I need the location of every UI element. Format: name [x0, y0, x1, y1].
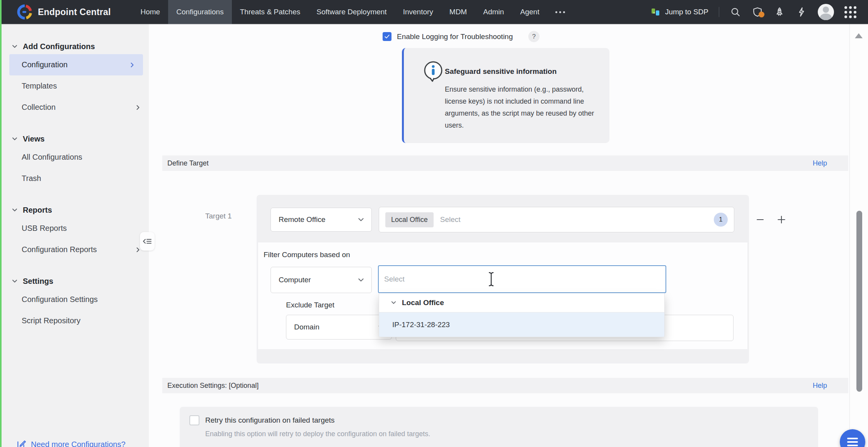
execution-settings-help-link[interactable]: Help [813, 382, 827, 390]
apps-grid-icon[interactable] [844, 6, 856, 18]
app-title: Endpoint Central [38, 7, 111, 17]
logging-label: Enable Logging for Troubleshooting [397, 32, 513, 41]
exclude-target-label: Exclude Target [286, 301, 334, 309]
computer-select-input[interactable] [384, 275, 660, 283]
retry-description: Enabling this option will retry to deplo… [205, 430, 430, 438]
main-nav: Home Configurations Threats & Patches So… [132, 0, 572, 24]
dropdown-group-local-office[interactable]: Local Office [379, 293, 664, 312]
exclude-type-dropdown[interactable]: Domain [286, 315, 392, 340]
chevron-down-icon [12, 278, 18, 284]
nav-item-threats-patches[interactable]: Threats & Patches [232, 0, 308, 24]
info-card-title: Safeguard sensitive information [445, 67, 557, 76]
info-bubble-icon [422, 60, 444, 83]
jump-to-sdp-label: Jump to SDP [665, 8, 708, 16]
target1-label: Target 1 [205, 212, 232, 220]
sidebar-section-views: Views All Configurations Trash [2, 131, 149, 189]
sidebar-item-usb-reports[interactable]: USB Reports [2, 218, 149, 239]
main-content: Enable Logging for Troubleshooting ? Saf… [149, 24, 868, 447]
target-card: Remote Office Local Office Select 1 Filt… [257, 195, 749, 363]
text-cursor-icon [487, 271, 495, 287]
check-icon [384, 34, 390, 39]
nav-item-inventory[interactable]: Inventory [395, 0, 441, 24]
execution-settings-header: Execution Settings: [Optional] Help [162, 378, 848, 393]
sidebar-header-settings[interactable]: Settings [2, 273, 149, 289]
target-type-dropdown[interactable]: Remote Office [271, 208, 372, 232]
remove-target-button[interactable] [752, 211, 769, 228]
plus-icon [776, 215, 786, 225]
sidebar-collapse-button[interactable] [140, 232, 155, 251]
define-target-header: Define Target Help [162, 155, 848, 171]
endpoint-central-app: Endpoint Central Home Configurations Thr… [0, 0, 868, 447]
top-navbar: Endpoint Central Home Configurations Thr… [0, 0, 868, 24]
chat-menu-icon [847, 438, 858, 439]
filter-type-dropdown[interactable]: Computer [271, 267, 372, 293]
edit-icon [16, 439, 26, 447]
sidebar-item-configuration-reports[interactable]: Configuration Reports [2, 239, 149, 260]
sidebar-header-views[interactable]: Views [2, 131, 149, 147]
info-card-body: Ensure sensitive information (e.g., pass… [445, 84, 599, 131]
scope-select-placeholder: Select [440, 215, 461, 224]
nav-item-home[interactable]: Home [132, 0, 168, 24]
navbar-right-cluster: Jump to SDP [651, 4, 868, 20]
jump-to-sdp-icon [651, 7, 661, 17]
nav-item-agent[interactable]: Agent [512, 0, 548, 24]
search-icon[interactable] [730, 6, 741, 18]
logging-help-icon[interactable]: ? [528, 31, 540, 42]
nav-item-software-deployment[interactable]: Software Deployment [308, 0, 395, 24]
chevron-down-icon [12, 207, 18, 213]
user-avatar[interactable] [818, 4, 834, 20]
logging-option-row: Enable Logging for Troubleshooting ? [383, 31, 540, 42]
sidebar-header-add-configurations[interactable]: Add Configurations [2, 39, 149, 54]
nav-item-configurations[interactable]: Configurations [168, 0, 232, 24]
scrollbar-thumb[interactable] [856, 211, 862, 392]
sidebar-item-configuration[interactable]: Configuration [9, 54, 143, 75]
chevron-down-icon [391, 300, 397, 305]
chevron-down-icon [12, 43, 18, 49]
local-office-tag[interactable]: Local Office [385, 212, 434, 227]
info-card: Safeguard sensitive information Ensure s… [402, 48, 609, 143]
security-shield-icon[interactable] [752, 6, 763, 18]
retry-option-card: Retry this configuration on failed targe… [180, 407, 818, 447]
sidebar: Add Configurations Configuration Templat… [2, 24, 149, 447]
sidebar-item-trash[interactable]: Trash [2, 168, 149, 189]
chevron-down-icon [357, 276, 364, 283]
nav-item-admin[interactable]: Admin [475, 0, 512, 24]
screen-share-border [0, 0, 2, 447]
chevron-right-icon [129, 62, 135, 68]
avatar-head [823, 7, 829, 13]
sidebar-section-add-configurations: Add Configurations Configuration Templat… [2, 39, 149, 118]
endpoint-central-logo-icon [17, 4, 32, 20]
dropdown-option-ip[interactable]: IP-172-31-28-223 [379, 312, 664, 337]
retry-label: Retry this configuration on failed targe… [205, 416, 335, 425]
sidebar-item-templates[interactable]: Templates [2, 75, 149, 97]
nav-more-icon[interactable] [548, 0, 573, 24]
sidebar-item-configuration-settings[interactable]: Configuration Settings [2, 289, 149, 310]
filter-computers-label: Filter Computers based on [264, 251, 350, 259]
execution-settings-title: Execution Settings: [Optional] [167, 382, 259, 390]
sidebar-item-collection[interactable]: Collection [2, 97, 149, 118]
sidebar-item-script-repository[interactable]: Script Repository [2, 310, 149, 331]
sidebar-section-settings: Settings Configuration Settings Script R… [2, 273, 149, 331]
define-target-help-link[interactable]: Help [813, 159, 827, 167]
minus-icon [756, 215, 765, 224]
logging-checkbox[interactable] [383, 32, 391, 41]
add-target-button[interactable] [773, 211, 790, 228]
select-dropdown-panel: Local Office IP-172-31-28-223 [379, 293, 665, 337]
define-target-title: Define Target [167, 159, 209, 167]
sidebar-header-reports[interactable]: Reports [2, 202, 149, 218]
sidebar-section-reports: Reports USB Reports Configuration Report… [2, 202, 149, 260]
sidebar-collapse-icon [142, 237, 152, 246]
chevron-right-icon [135, 104, 141, 111]
nav-item-mdm[interactable]: MDM [441, 0, 475, 24]
rocket-icon[interactable] [774, 6, 785, 18]
bolt-icon[interactable] [796, 6, 807, 18]
sidebar-item-all-configurations[interactable]: All Configurations [2, 147, 149, 168]
chevron-down-icon [357, 216, 364, 223]
retry-checkbox[interactable] [189, 415, 199, 425]
jump-to-sdp-button[interactable]: Jump to SDP [651, 7, 708, 17]
scroll-up-icon[interactable] [855, 33, 863, 38]
main-scrollbar[interactable] [849, 24, 868, 447]
remote-office-select[interactable]: Local Office Select 1 [379, 207, 734, 232]
need-more-configurations-link[interactable]: Need more Configurations? [16, 439, 126, 447]
brand[interactable]: Endpoint Central [0, 4, 121, 20]
